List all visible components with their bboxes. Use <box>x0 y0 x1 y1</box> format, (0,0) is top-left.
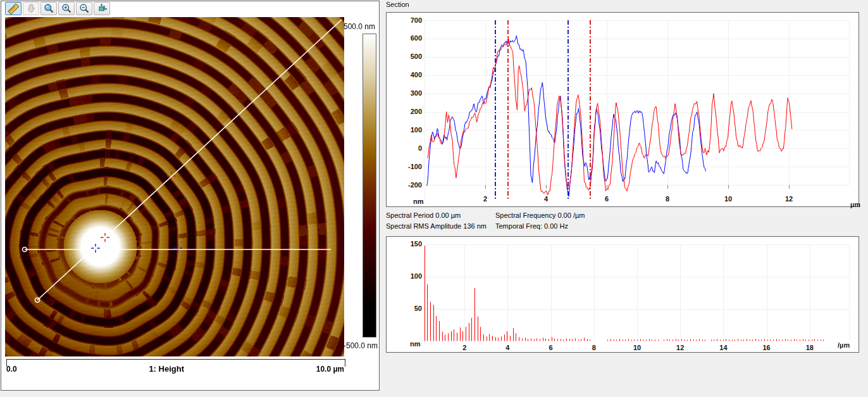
offset-tool-button[interactable] <box>94 2 110 15</box>
spectral-rms-stat: Spectral RMS Amplitude 136 nm <box>386 222 487 230</box>
ruler-tool-icon <box>8 3 19 15</box>
svg-text:-100: -100 <box>408 163 422 170</box>
image-x-start-label: 0.0 <box>6 365 17 374</box>
blue-marker-cross[interactable] <box>91 244 100 253</box>
zoom-out-tool-button[interactable] <box>76 2 92 15</box>
section-trace-diagonal-section <box>428 37 792 195</box>
svg-text:100: 100 <box>411 272 422 280</box>
spectrum-chart-panel: 15010050nm24681012141618 <box>386 236 859 353</box>
section-y-labels: 7006005004003002001000-100-200 <box>408 16 422 189</box>
spectrum-x-unit-label: /µm <box>838 341 850 349</box>
svg-text:50: 50 <box>414 305 422 312</box>
zoom-out-tool-icon <box>79 3 90 14</box>
svg-text:-200: -200 <box>408 181 422 189</box>
ruler-tool-button[interactable] <box>5 2 22 15</box>
svg-text:16: 16 <box>762 344 770 351</box>
afm-image-area[interactable] <box>5 17 344 356</box>
svg-text:0: 0 <box>418 144 422 152</box>
svg-text:300: 300 <box>411 89 422 97</box>
image-title: 1: Height <box>149 364 184 374</box>
section-group-label: Section <box>386 1 409 8</box>
svg-text:12: 12 <box>785 195 793 203</box>
spectral-frequency-stat: Spectral Frequency 0.00 /µm <box>495 211 585 219</box>
svg-text:8: 8 <box>592 344 596 351</box>
section-x-unit-label: µm <box>850 201 860 208</box>
svg-text:200: 200 <box>411 108 422 115</box>
color-scale-bar <box>363 34 376 337</box>
color-scale-min-label: -500.0 nm <box>344 341 378 350</box>
section-chart-panel: 7006005004003002001000-100-200nm24681012 <box>386 12 859 207</box>
svg-text:700: 700 <box>411 16 422 24</box>
section-chart[interactable]: 7006005004003002001000-100-200nm24681012 <box>387 13 859 206</box>
section-x-labels: 24681012 <box>483 195 793 203</box>
svg-text:2: 2 <box>483 195 487 203</box>
zoom-in-tool-icon <box>61 3 72 14</box>
color-scale-max-label: 500.0 nm <box>344 22 375 31</box>
svg-text:100: 100 <box>411 126 422 134</box>
section-y-unit: nm <box>413 198 424 205</box>
svg-text:10: 10 <box>633 344 641 351</box>
svg-text:4: 4 <box>505 344 510 351</box>
svg-text:6: 6 <box>549 344 553 351</box>
svg-text:18: 18 <box>806 344 814 351</box>
spectrum-y-unit: nm <box>410 340 421 348</box>
blue-marker-cross[interactable] <box>173 244 182 253</box>
svg-text:4: 4 <box>544 195 549 203</box>
temporal-freq-stat: Temporal Freq: 0.00 Hz <box>495 222 568 230</box>
spectral-period-stat: Spectral Period 0.00 µm <box>386 211 461 219</box>
spectrum-bars <box>425 246 824 341</box>
svg-text:10: 10 <box>724 195 732 203</box>
spectrum-y-labels: 15010050 <box>411 240 422 312</box>
svg-text:6: 6 <box>605 195 609 203</box>
section-lines-overlay[interactable] <box>5 17 344 356</box>
spectrum-chart[interactable]: 15010050nm24681012141618 <box>387 237 859 352</box>
offset-tool-icon <box>97 3 108 14</box>
application-window: 500.0 nm -500.0 nm 0.0 1: Height 10.0 µm… <box>0 0 868 397</box>
svg-text:600: 600 <box>411 34 422 42</box>
svg-text:14: 14 <box>719 344 728 351</box>
pan-tool-icon <box>26 3 37 14</box>
diagonal-section-line[interactable] <box>37 20 342 300</box>
zoom-tool-icon <box>44 3 54 14</box>
svg-text:500: 500 <box>411 53 422 60</box>
svg-text:12: 12 <box>676 344 684 351</box>
svg-text:150: 150 <box>411 240 422 248</box>
svg-text:2: 2 <box>462 344 466 351</box>
pan-tool-button <box>23 2 39 15</box>
svg-text:400: 400 <box>411 71 422 79</box>
section-gridlines <box>425 20 850 204</box>
svg-text:8: 8 <box>666 195 669 203</box>
spectrum-x-labels: 24681012141618 <box>462 344 814 351</box>
zoom-in-tool-button[interactable] <box>58 2 75 15</box>
section-cursor-markers[interactable] <box>495 20 590 200</box>
section-trace-horizontal-section <box>427 35 706 196</box>
image-x-ruler-labels: 0.0 1: Height 10.0 µm <box>6 364 344 374</box>
spectrum-gridlines <box>425 244 850 343</box>
image-panel: 500.0 nm -500.0 nm 0.0 1: Height 10.0 µm <box>1 1 380 391</box>
zoom-tool-button[interactable] <box>40 2 57 15</box>
image-x-end-label: 10.0 µm <box>316 365 344 374</box>
